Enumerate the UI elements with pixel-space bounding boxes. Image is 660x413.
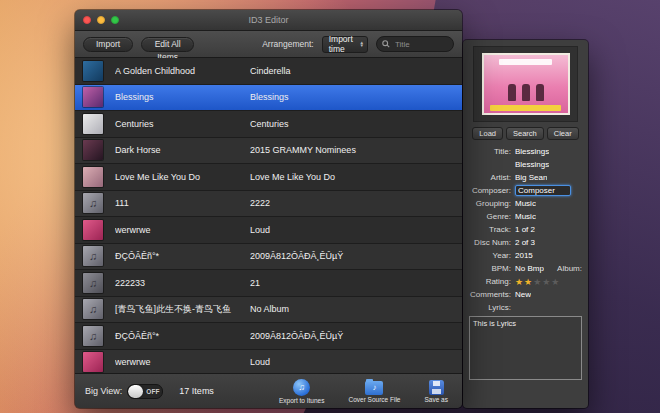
- search-button[interactable]: Search: [506, 127, 544, 140]
- rating-field: Rating: ★★★★★: [463, 275, 588, 288]
- row-album: Blessings: [250, 92, 462, 102]
- title-field-line2: Blessings: [463, 158, 588, 171]
- table-row[interactable]: ♫ 222233 21: [75, 270, 462, 297]
- table-row[interactable]: ♫ Blessings Blessings: [75, 85, 462, 112]
- comments-label: Comments:: [463, 290, 511, 299]
- close-window-button[interactable]: [83, 16, 91, 24]
- track-field: Track: 1 of 2: [463, 223, 588, 236]
- track-table: ♫ A Golden Childhood Cinderella ♫ Blessi…: [75, 58, 462, 373]
- arrangement-select[interactable]: Import time ▲▼: [322, 36, 368, 53]
- album-cover-art: [482, 53, 570, 115]
- album-art: ♫: [83, 193, 103, 213]
- search-input[interactable]: [393, 39, 448, 50]
- row-title: 222233: [115, 278, 245, 288]
- music-note-icon: ♫: [89, 330, 97, 342]
- row-title: ĐÇÔÂÊñ°*: [115, 251, 245, 261]
- save-icon: [429, 380, 444, 395]
- load-button[interactable]: Load: [472, 127, 503, 140]
- cover-well: [473, 46, 578, 122]
- chevron-updown-icon: ▲▼: [360, 41, 364, 48]
- album-art: ♫: [83, 220, 103, 240]
- table-row[interactable]: ♫ [青鸟飞鱼]此生不换-青鸟飞鱼 No Album: [75, 297, 462, 324]
- edit-all-items-button[interactable]: Edit All Items: [141, 37, 194, 52]
- album-art: ♫: [83, 61, 103, 81]
- album-art: ♫: [83, 326, 103, 346]
- bpm-value: No Bmp: [515, 264, 544, 273]
- album-label: Album:: [557, 264, 582, 273]
- music-note-icon: ♫: [89, 197, 97, 209]
- disc-num-label: Disc Num:: [463, 238, 511, 247]
- table-row[interactable]: ♫ werwrwe Loud: [75, 217, 462, 244]
- rating-stars[interactable]: ★★★★★: [515, 277, 560, 287]
- save-as-button[interactable]: Save as: [425, 379, 449, 404]
- row-album: Cinderella: [250, 66, 462, 76]
- big-view-label: Big View:: [85, 386, 122, 396]
- arrangement-label: Arrangement:: [262, 39, 314, 49]
- table-row[interactable]: ♫ ĐÇÔÂÊñ°* 2009Â812ÔÂĐÂ¸ÊÛµŸ: [75, 323, 462, 350]
- bpm-field: BPM: No Bmp Album:: [463, 262, 588, 275]
- row-title: Centuries: [115, 119, 245, 129]
- row-album: Loud: [250, 225, 462, 235]
- clear-button[interactable]: Clear: [547, 127, 579, 140]
- export-to-itunes-label: Export to Itunes: [279, 397, 325, 404]
- items-count: 17 Items: [179, 386, 214, 396]
- itunes-icon: ♫: [293, 379, 310, 396]
- footer-bar: Big View: OFF 17 Items ♫ Export to Itune…: [75, 373, 462, 408]
- import-button[interactable]: Import: [83, 37, 133, 52]
- row-album: 2009Â812ÔÂĐÂ¸ÊÛµŸ: [250, 331, 462, 341]
- row-title: Blessings: [115, 92, 245, 102]
- row-title: A Golden Childhood: [115, 66, 245, 76]
- table-row[interactable]: ♫ 111 2222: [75, 191, 462, 218]
- arrangement-value: Import time: [329, 34, 360, 54]
- id3-editor-window: ID3 Editor Import Edit All Items Arrange…: [75, 10, 462, 408]
- minimize-window-button[interactable]: [97, 16, 105, 24]
- table-row[interactable]: ♫ Centuries Centuries: [75, 111, 462, 138]
- cover-source-file-button[interactable]: ♪ Cover Source File: [348, 379, 400, 404]
- save-as-label: Save as: [425, 396, 449, 403]
- desktop-background: ID3 Editor Import Edit All Items Arrange…: [0, 0, 660, 413]
- row-album: Loud: [250, 357, 462, 367]
- table-row[interactable]: ♫ werwrwe Loud: [75, 350, 462, 374]
- row-title: Dark Horse: [115, 145, 245, 155]
- toggle-state-label: OFF: [143, 388, 162, 395]
- search-icon: [382, 40, 390, 48]
- artist-label: Artist:: [463, 173, 511, 182]
- footer-actions: ♫ Export to Itunes ♪ Cover Source File S…: [279, 379, 452, 404]
- big-view-toggle[interactable]: OFF: [127, 384, 163, 399]
- export-to-itunes-button[interactable]: ♫ Export to Itunes: [279, 379, 325, 404]
- music-note-icon: ♫: [89, 250, 97, 262]
- composer-label: Composer:: [463, 186, 511, 195]
- cover-buttons: Load Search Clear: [463, 127, 588, 140]
- title-value-2: Blessings: [515, 160, 549, 169]
- cover-caption-band: [490, 105, 561, 111]
- cover-figures: [484, 84, 568, 101]
- row-album: Centuries: [250, 119, 462, 129]
- search-field[interactable]: [376, 36, 454, 52]
- table-row[interactable]: ♫ Dark Horse 2015 GRAMMY Nominees: [75, 138, 462, 165]
- lyrics-field: Lyrics:: [463, 301, 588, 314]
- album-art: ♫: [83, 114, 103, 134]
- cover-source-file-label: Cover Source File: [348, 396, 400, 403]
- album-art: ♫: [83, 273, 103, 293]
- toggle-knob: [128, 385, 143, 398]
- bpm-label: BPM:: [463, 264, 511, 273]
- year-field: Year: 2015: [463, 249, 588, 262]
- titlebar[interactable]: ID3 Editor: [75, 10, 462, 31]
- stars-empty: ★★★: [533, 277, 560, 287]
- zoom-window-button[interactable]: [111, 16, 119, 24]
- artist-value: Big Sean: [515, 173, 547, 182]
- table-row[interactable]: ♫ A Golden Childhood Cinderella: [75, 58, 462, 85]
- comments-value: New: [515, 290, 531, 299]
- composer-input[interactable]: [515, 185, 571, 196]
- row-title: [青鸟飞鱼]此生不换-青鸟飞鱼: [115, 303, 245, 316]
- toolbar: Import Edit All Items Arrangement: Impor…: [75, 31, 462, 58]
- table-row[interactable]: ♫ ĐÇÔÂÊñ°* 2009Â812ÔÂĐÂ¸ÊÛµŸ: [75, 244, 462, 271]
- grouping-field: Grouping: Music: [463, 197, 588, 210]
- lyrics-textarea[interactable]: This is Lyrics: [469, 316, 582, 380]
- table-row[interactable]: ♫ Love Me Like You Do Love Me Like You D…: [75, 164, 462, 191]
- row-title: werwrwe: [115, 357, 245, 367]
- title-field: Title: Blessings: [463, 145, 588, 158]
- disc-num-value: 2 of 3: [515, 238, 535, 247]
- album-art: ♫: [83, 246, 103, 266]
- row-title: ĐÇÔÂÊñ°*: [115, 331, 245, 341]
